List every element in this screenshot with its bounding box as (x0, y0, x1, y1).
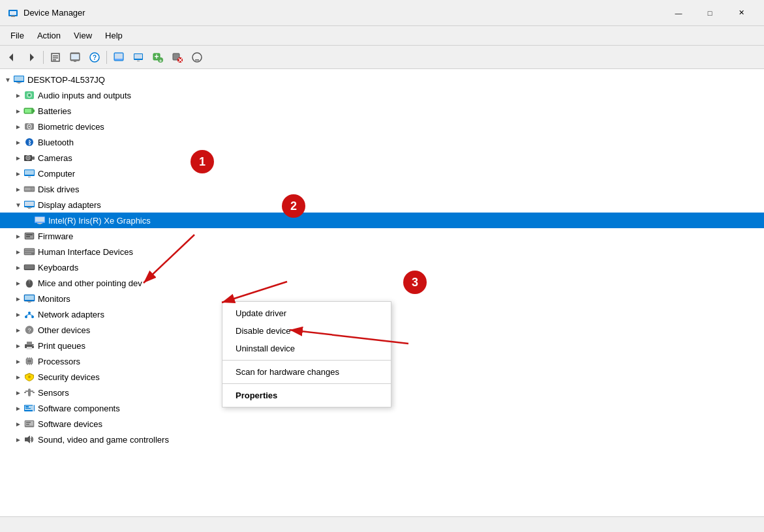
tree-item-softdev[interactable]: ► Software devices (0, 416, 764, 432)
biometric-toggle[interactable]: ► (13, 121, 23, 132)
maximize-button[interactable]: □ (695, 3, 725, 23)
other-toggle[interactable]: ► (13, 325, 23, 335)
properties-button[interactable] (46, 48, 65, 66)
svg-point-41 (29, 126, 30, 127)
ctx-divider-2 (222, 383, 391, 384)
mice-toggle[interactable]: ► (13, 278, 23, 288)
svg-rect-73 (25, 267, 34, 269)
svg-rect-32 (16, 82, 22, 83)
hid-label: Human Interface Devices (38, 247, 133, 257)
svg-text:+: + (159, 57, 162, 63)
device-tree[interactable]: ▼ DESKTOP-4L537JQ ► Audio (0, 69, 764, 516)
svg-marker-4 (30, 53, 34, 61)
forward-button[interactable] (22, 48, 40, 66)
monitors-icon (23, 293, 35, 304)
security-toggle[interactable]: ► (13, 372, 23, 382)
svg-rect-68 (25, 249, 34, 250)
tree-item-sound[interactable]: ► Sound, video and game controllers (0, 432, 764, 447)
softdev-toggle[interactable]: ► (13, 419, 23, 429)
tree-item-bluetooth[interactable]: ► ᛒ Bluetooth (0, 134, 764, 150)
download-button[interactable] (188, 48, 206, 66)
ctx-update-driver[interactable]: Update driver (222, 304, 391, 322)
add-button[interactable]: + + (149, 48, 167, 66)
window-controls: — □ ✕ (664, 3, 756, 23)
print-toggle[interactable]: ► (13, 340, 23, 351)
tree-item-hid[interactable]: ► Human Interface Devices (0, 244, 764, 259)
svg-rect-106 (33, 392, 35, 393)
tree-item-biometric[interactable]: ► Biometric devices (0, 119, 764, 134)
ctx-scan-hardware[interactable]: Scan for hardware changes (222, 363, 391, 381)
computer-toggle[interactable]: ► (13, 168, 23, 179)
tree-item-disk[interactable]: ► Disk drives (0, 181, 764, 197)
audio-toggle[interactable]: ► (13, 90, 23, 100)
tree-item-batteries[interactable]: ► Batteries (0, 103, 764, 119)
svg-rect-2 (11, 16, 15, 17)
svg-rect-79 (28, 302, 31, 303)
tree-item-cameras[interactable]: ► Cameras (0, 150, 764, 166)
ctx-uninstall-device[interactable]: Uninstall device (222, 340, 391, 357)
disk-label: Disk drives (38, 185, 80, 194)
tree-root[interactable]: ▼ DESKTOP-4L537JQ (0, 72, 764, 87)
disk-toggle[interactable]: ► (13, 184, 23, 194)
disk-icon (23, 183, 35, 195)
ctx-disable-device[interactable]: Disable device (222, 322, 391, 340)
processor-toggle[interactable]: ► (13, 356, 23, 366)
svg-point-76 (28, 280, 31, 281)
ctx-properties[interactable]: Properties (222, 387, 391, 404)
computer-label: Computer (38, 169, 75, 179)
display-toggle[interactable]: ▼ (13, 200, 23, 210)
close-button[interactable]: ✕ (726, 3, 756, 23)
svg-point-26 (192, 53, 202, 62)
bluetooth-toggle[interactable]: ► (13, 137, 23, 147)
softcomp-toggle[interactable]: ► (13, 403, 23, 413)
menu-action[interactable]: Action (32, 28, 66, 43)
view-button[interactable] (110, 48, 128, 66)
minimize-button[interactable]: — (664, 3, 694, 23)
svg-text:✕: ✕ (177, 56, 183, 63)
softcomp-label: Software components (38, 404, 120, 413)
softcomp-icon (23, 402, 35, 414)
svg-rect-45 (32, 156, 35, 160)
monitor-button[interactable] (129, 48, 147, 66)
tree-item-display[interactable]: ▼ Display adapters (0, 197, 764, 213)
svg-rect-58 (27, 207, 32, 208)
tree-item-intel[interactable]: ► Intel(R) Iris(R) Xe Graphics (0, 213, 764, 228)
help-button[interactable]: ? (85, 48, 104, 66)
svg-rect-30 (14, 76, 23, 81)
tree-item-computer[interactable]: ► Computer (0, 166, 764, 181)
firmware-toggle[interactable]: ► (13, 231, 23, 241)
update-driver-button[interactable] (66, 48, 84, 66)
title-bar: Device Manager — □ ✕ (0, 0, 764, 26)
intel-label: Intel(R) Iris(R) Xe Graphics (48, 216, 151, 226)
tree-item-audio[interactable]: ► Audio inputs and outputs (0, 87, 764, 103)
keyboard-toggle[interactable]: ► (13, 262, 23, 273)
batteries-toggle[interactable]: ► (13, 106, 23, 116)
remove-button[interactable]: ✕ (168, 48, 187, 66)
back-button[interactable] (3, 48, 21, 66)
hid-toggle[interactable]: ► (13, 246, 23, 257)
svg-line-85 (29, 314, 33, 316)
menu-file[interactable]: File (5, 28, 29, 43)
tree-item-keyboard[interactable]: ► Keyboards (0, 259, 764, 275)
tree-item-mice[interactable]: ► Mice and other pointing dev (0, 275, 764, 291)
keyboard-icon (23, 261, 35, 273)
sensors-toggle[interactable]: ► (13, 387, 23, 398)
svg-rect-89 (27, 342, 32, 345)
svg-rect-61 (38, 224, 41, 224)
menu-bar: File Action View Help (0, 26, 764, 46)
svg-text:?: ? (93, 54, 97, 61)
other-label: Other devices (38, 325, 90, 335)
menu-view[interactable]: View (69, 28, 97, 43)
network-toggle[interactable]: ► (13, 309, 23, 319)
sensors-icon (23, 387, 35, 398)
monitors-toggle[interactable]: ► (13, 293, 23, 304)
tree-item-firmware[interactable]: ► Firmware (0, 228, 764, 244)
menu-help[interactable]: Help (100, 28, 128, 43)
svg-rect-104 (31, 391, 33, 392)
security-label: Security devices (38, 372, 100, 382)
cameras-toggle[interactable]: ► (13, 153, 23, 163)
root-toggle[interactable]: ▼ (3, 74, 13, 85)
svg-rect-56 (25, 201, 34, 206)
context-menu: Update driver Disable device Uninstall d… (222, 301, 391, 407)
sound-toggle[interactable]: ► (13, 434, 23, 445)
